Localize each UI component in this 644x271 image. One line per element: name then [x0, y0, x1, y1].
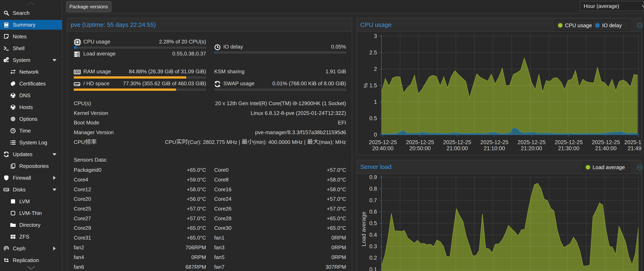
- svg-text:%: %: [362, 83, 369, 88]
- svg-text:0: 0: [374, 132, 377, 138]
- svg-text:21:40:00: 21:40:00: [595, 145, 616, 151]
- svg-text:0.9: 0.9: [369, 174, 377, 180]
- svg-text:1.5: 1.5: [369, 82, 377, 88]
- svg-text:2025-12-25: 2025-12-25: [443, 139, 471, 145]
- svg-text:0.2: 0.2: [369, 255, 377, 261]
- svg-text:0.8: 0.8: [369, 186, 377, 192]
- svg-text:0.7: 0.7: [369, 197, 377, 203]
- svg-text:2025-12-25: 2025-12-25: [592, 139, 620, 145]
- svg-text:3: 3: [374, 33, 377, 39]
- svg-text:0.1: 0.1: [369, 266, 377, 271]
- svg-text:2025-1: 2025-1: [624, 139, 641, 145]
- svg-text:2025-12-25: 2025-12-25: [554, 139, 583, 145]
- svg-text:Load average: Load average: [360, 212, 367, 246]
- svg-text:20:50:00: 20:50:00: [409, 145, 430, 151]
- svg-text:0.3: 0.3: [369, 243, 377, 250]
- svg-text:0.5: 0.5: [369, 115, 377, 121]
- svg-text:2025-12-25: 2025-12-25: [369, 139, 397, 145]
- svg-text:0.4: 0.4: [369, 232, 377, 238]
- svg-text:1: 1: [374, 99, 377, 105]
- svg-text:0.5: 0.5: [369, 220, 377, 226]
- svg-text:2025-12-25: 2025-12-25: [480, 139, 508, 145]
- svg-text:21:30:00: 21:30:00: [558, 145, 580, 151]
- svg-text:2.5: 2.5: [369, 49, 377, 56]
- svg-text:21:20:00: 21:20:00: [521, 145, 542, 151]
- svg-text:2: 2: [374, 66, 377, 72]
- svg-text:21:10:00: 21:10:00: [484, 145, 505, 151]
- svg-text:2025-12-25: 2025-12-25: [406, 139, 434, 145]
- svg-text:21:49: 21:49: [628, 145, 641, 151]
- svg-text:2025-12-25: 2025-12-25: [518, 139, 546, 145]
- svg-text:20:40:00: 20:40:00: [372, 145, 394, 151]
- svg-text:21:00:00: 21:00:00: [446, 145, 468, 151]
- svg-text:0.6: 0.6: [369, 209, 377, 215]
